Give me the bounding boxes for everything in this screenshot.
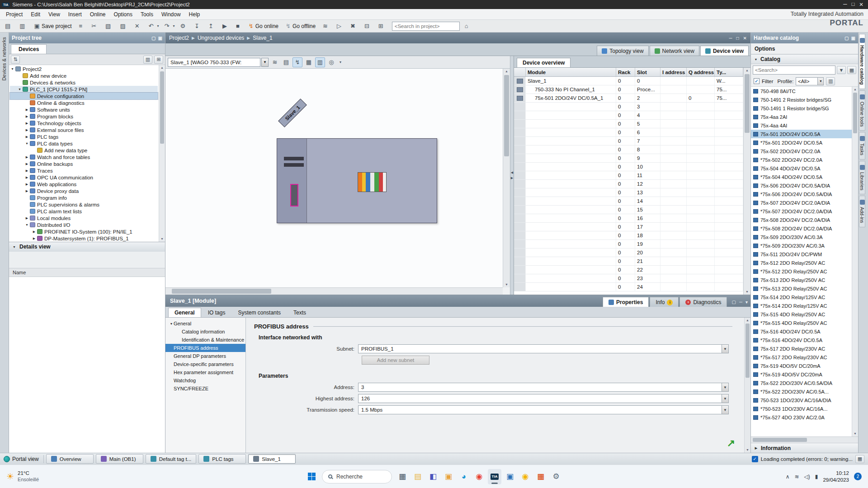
scroll-thumb[interactable] <box>745 74 750 133</box>
tree-item[interactable]: PLC_1 [CPU 1515-2 PN] <box>10 86 158 93</box>
scroll-up-icon[interactable]: ▲ <box>744 68 750 73</box>
catalog-item[interactable]: 75x-4aa 4AI <box>751 121 852 130</box>
table-row[interactable]: 0 13 <box>514 188 743 197</box>
catalog-item[interactable]: 75x-501 2DO/24V DC/0.5A <box>751 130 852 138</box>
split-editor-horizontal-icon[interactable]: ⊟ <box>362 21 375 31</box>
tree-item[interactable]: Online backups <box>10 160 158 167</box>
network-overview-icon[interactable]: ≋ <box>270 57 280 67</box>
table-row[interactable]: 750-333 No PI Channel_1 0 Proce... 75... <box>514 85 743 94</box>
table-row[interactable]: 0 7 <box>514 137 743 145</box>
table-row[interactable]: 0 24 <box>514 283 743 291</box>
module-head-section[interactable] <box>277 139 307 223</box>
dropdown-caret-icon[interactable]: ▼ <box>722 394 728 403</box>
show-grid-icon[interactable]: ▦ <box>304 57 314 67</box>
module-icon-column-header[interactable] <box>514 68 526 76</box>
catalog-options-header[interactable]: Options <box>751 43 858 54</box>
scroll-thumb[interactable] <box>753 438 807 442</box>
table-row[interactable]: 0 11 <box>514 171 743 180</box>
devices-networks-vertical-tab[interactable]: Devices & networks <box>1 37 7 81</box>
table-row[interactable]: 0 9 <box>514 154 743 163</box>
compile-icon[interactable]: ⚙ <box>178 21 191 31</box>
slave-name-tag[interactable]: Slave_1 <box>278 99 307 127</box>
go-offline-button[interactable]: ↯ Go offline <box>283 21 320 31</box>
menu-item[interactable]: Online <box>86 9 110 19</box>
expander-icon[interactable] <box>24 128 29 132</box>
catalog-item[interactable]: *75x-502 2DO/24V DC/2.0A <box>751 155 852 164</box>
menu-item[interactable]: Insert <box>64 9 86 19</box>
catalog-item[interactable]: 75x-522 2DO/230V AC/0.5A/DIA <box>751 379 852 387</box>
table-row[interactable]: 0 22 <box>514 266 743 274</box>
column-slot[interactable]: Slot <box>635 68 660 76</box>
catalog-item[interactable]: 75x-513 2DO Relay/250V AC <box>751 276 852 284</box>
table-row[interactable]: 0 17 <box>514 223 743 231</box>
tree-item[interactable]: PLC alarm text lists <box>10 208 158 215</box>
show-addresses-icon[interactable]: ↯ <box>292 57 302 67</box>
catalog-search-input[interactable] <box>753 66 835 75</box>
table-row[interactable]: 0 12 <box>514 180 743 188</box>
table-row[interactable]: 0 6 <box>514 128 743 137</box>
scroll-down-icon[interactable]: ▼ <box>852 431 858 436</box>
properties-nav-item[interactable]: Identification & Maintenance <box>165 336 245 344</box>
catalog-item[interactable]: *75x-507 2DO/24V DC/2.0A/DIA <box>751 207 852 216</box>
catalog-item[interactable]: *75x-513 2DO Relay/250V AC <box>751 284 852 293</box>
tia-portal-icon[interactable]: TIA <box>488 469 501 484</box>
task-view-icon[interactable]: ▦ <box>396 469 409 484</box>
expander-icon[interactable] <box>24 216 29 220</box>
expander-icon[interactable] <box>24 155 29 159</box>
properties-nav-item[interactable]: Watchdog <box>165 376 245 385</box>
tree-item[interactable]: Traces <box>10 167 158 174</box>
go-online-button[interactable]: ↯ Go online <box>246 21 283 31</box>
expander-icon[interactable] <box>10 67 15 70</box>
catalog-item[interactable]: 75x-511 2DO/24V DC/PWM <box>751 250 852 258</box>
table-row[interactable]: 0 14 <box>514 197 743 206</box>
search-down-icon[interactable]: ▼ <box>837 66 846 74</box>
app-blue-icon[interactable]: ▣ <box>503 469 517 484</box>
expander-icon[interactable] <box>24 115 29 118</box>
open-editor-button[interactable]: Overview <box>46 454 94 464</box>
copy-icon[interactable]: ▧ <box>103 21 117 31</box>
expander-icon[interactable] <box>24 189 29 193</box>
catalog-item[interactable]: 75x-514 2DO Relay/125V AC <box>751 293 852 301</box>
open-project-icon[interactable]: ▥ <box>17 21 31 31</box>
selected-io-submodule[interactable] <box>290 184 298 206</box>
folder-icon[interactable]: ▣ <box>442 469 455 484</box>
close-window-icon[interactable]: ✕ <box>859 1 863 8</box>
catalog-item[interactable]: 75x-508 2DO/24V DC/2.0A/DIA <box>751 216 852 224</box>
split-view-icon[interactable]: ▥ <box>315 57 325 67</box>
topology-view-icon[interactable]: Topology view <box>597 46 648 56</box>
tab-diagnostics[interactable]: + Diagnostics <box>679 297 727 307</box>
catalog-item[interactable]: *75x-522 2DO/230V AC/0.5A... <box>751 387 852 396</box>
breadcrumb-project[interactable]: Project2 <box>169 35 189 41</box>
tree-item[interactable]: PLC tags <box>10 133 158 140</box>
auto-collapse-icon[interactable]: ▢ <box>151 36 156 41</box>
settings-gear-icon[interactable]: ⚙ <box>549 469 563 484</box>
overview-vertical-scrollbar[interactable]: ▲ ▼ <box>743 68 750 295</box>
search-options-icon[interactable]: ▦ <box>847 66 856 74</box>
catalog-item[interactable]: *75x-514 2DO Relay/125V AC <box>751 301 852 310</box>
chrome-browser-icon[interactable]: ◉ <box>472 469 486 484</box>
catalog-item[interactable]: *75x-519 4DO/5V DC/20mA <box>751 370 852 379</box>
delete-icon[interactable]: ✕ <box>132 21 146 31</box>
scroll-up-icon[interactable]: ▲ <box>852 87 858 92</box>
split-editor-vertical-icon[interactable]: ⊞ <box>376 21 389 31</box>
details-expander-icon[interactable] <box>12 245 17 249</box>
expander-icon[interactable] <box>24 108 29 112</box>
browser-profile-icon[interactable]: ◉ <box>519 469 532 484</box>
expander-icon[interactable] <box>24 122 29 125</box>
scroll-up-icon[interactable]: ▲ <box>503 69 510 74</box>
stop-cpu-icon[interactable]: ■ <box>234 21 245 31</box>
download-to-device-icon[interactable]: ↧ <box>192 21 205 31</box>
paste-icon[interactable]: ▨ <box>118 21 131 31</box>
float-panel-icon[interactable]: ▣ <box>851 36 855 41</box>
upload-from-device-icon[interactable]: ↥ <box>206 21 219 31</box>
wago-750-333-module[interactable] <box>277 138 437 223</box>
editor-close-icon[interactable]: ✕ <box>743 36 747 41</box>
open-editor-button[interactable]: Slave_1 <box>248 454 296 464</box>
tree-item[interactable]: Device proxy data <box>10 188 158 194</box>
side-panel-tab[interactable]: Libraries <box>859 161 865 194</box>
table-row[interactable]: 0 20 <box>514 249 743 257</box>
expander-icon[interactable] <box>24 162 29 166</box>
collapse-left-icon[interactable]: ◀ <box>511 171 513 174</box>
column-rack[interactable]: Rack <box>616 68 635 76</box>
catalog-item[interactable]: 75x-502 2DO/24V DC/2.0A <box>751 147 852 155</box>
